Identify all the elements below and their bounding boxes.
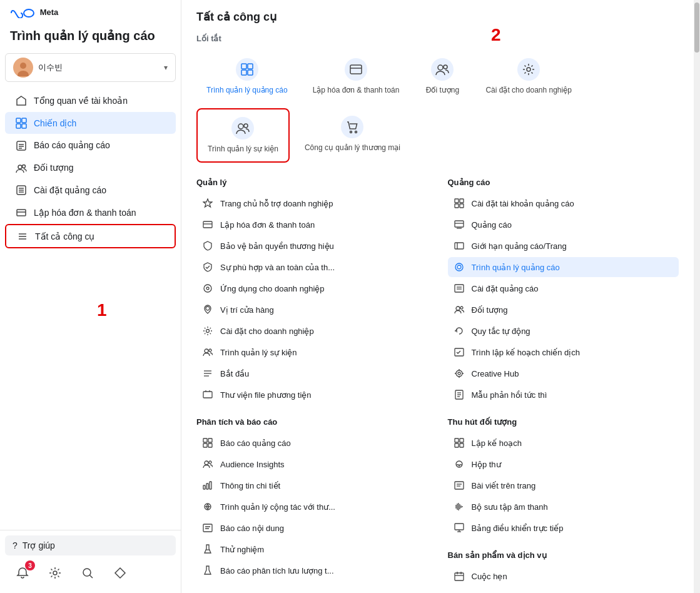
menu-biz-support[interactable]: Trang chủ hỗ trợ doanh nghiệp [196,193,428,213]
menu-ad-report[interactable]: Báo cáo quảng cáo [196,433,428,453]
menu-ad-settings3[interactable]: Cài đặt quảng cáo [448,278,679,298]
shortcut-biz-settings[interactable]: Cài đặt cho doanh nghiệp [475,51,581,103]
help-label: Trợ giúp [23,540,55,550]
menu-text-ad-settings3: Cài đặt quảng cáo [472,284,539,293]
help-button[interactable]: ? Trợ giúp [5,535,176,555]
svg-rect-60 [206,484,208,489]
menu-ads[interactable]: Quảng cáo [448,215,679,235]
menu-start[interactable]: Bắt đầu [196,363,428,383]
svg-point-40 [355,131,357,133]
menu-commerce2[interactable]: Công cụ quản lý thương mại [448,587,679,593]
menu-testing[interactable]: Thử nghiệm [196,539,428,559]
sidebar-item-overview[interactable]: Tổng quan về tài khoản [5,90,176,112]
menu-campaign-plan[interactable]: Trình lập kế hoạch chiến dịch [448,342,679,362]
menu-store-loc[interactable]: Vị trí cửa hàng [196,300,428,320]
menu-audience3[interactable]: Đối tượng [448,300,679,320]
menu-text-inbox: Hộp thư [472,460,501,469]
svg-point-79 [460,307,463,309]
menu-collab[interactable]: Trình quản lý cộng tác với thư... [196,497,428,517]
shortcuts-row: Trình quản lý quảng cáo Lập hóa đơn & th… [196,51,679,163]
menu-content-report[interactable]: Báo cáo nội dung [196,518,428,538]
svg-rect-96 [455,482,464,489]
section-audience-attract: Thu hút đối tượng Lập [448,417,679,538]
menu-traffic-report[interactable]: Báo cáo phân tích lưu lượng t... [196,560,428,580]
svg-rect-52 [203,392,212,398]
svg-rect-6 [22,118,26,123]
svg-point-36 [527,68,530,71]
help-icon: ? [13,540,18,550]
svg-rect-65 [455,199,459,203]
shortcut-label-commerce: Công cụ quản lý thương mại [305,143,400,153]
menu-instant-form[interactable]: Mẫu phản hồi tức thì [448,385,679,405]
settings-button[interactable] [45,563,65,583]
menu-ads-mgr-active[interactable]: Trình quản lý quảng cáo [448,257,679,277]
billing3-icon [201,218,214,231]
shortcut-audience[interactable]: Đối tượng [414,51,470,103]
menu-audience-insights[interactable]: Audience Insights [196,454,428,474]
menu-live-dashboard[interactable]: Bảng điều khiển trực tiếp [448,518,679,538]
menu-appointment[interactable]: Cuộc hẹn [448,566,679,586]
svg-point-14 [23,165,26,168]
scrollbar-thumb[interactable] [694,3,699,53]
menu-page-posts[interactable]: Bài viết trên trang [448,475,679,495]
menu-text-safety: Sự phù hợp và an toàn của th... [220,263,335,272]
menu-brand-protect[interactable]: Bảo vệ bản quyền thương hiệu [196,236,428,256]
safety-icon [201,261,214,273]
menu-auto-rules[interactable]: Quy tắc tự động [448,321,679,341]
menu-text-event-mgr2: Trình quản lý sự kiện [220,348,297,357]
audience-insights-icon [201,458,214,470]
annotation-1: 1 [97,300,107,320]
shortcut-billing[interactable]: Lập hóa đơn & thanh toán [303,51,410,103]
shortcut-label-audience: Đối tượng [426,86,459,96]
sidebar-item-billing[interactable]: Lập hóa đơn & thanh toán [5,201,176,223]
menu-inbox[interactable]: Hộp thư [448,454,679,474]
shortcut-event-mgr[interactable]: Trình quản lý sự kiện [196,108,290,163]
report-icon [15,139,28,151]
section-advertising-title: Quảng cáo [448,178,679,187]
sidebar-item-label-all-tools: Tất cả công cụ [35,231,94,241]
menu-creative-hub[interactable]: Creative Hub [448,363,679,383]
sidebar-item-ad-settings[interactable]: Cài đặt quảng cáo [5,180,176,201]
menu-event-mgr2[interactable]: Trình quản lý sự kiện [196,342,428,362]
svg-rect-30 [241,70,246,75]
svg-marker-27 [115,568,125,578]
menu-billing3[interactable]: Lập hóa đơn & thanh toán [196,215,428,235]
svg-rect-29 [248,64,253,69]
biz-settings2-icon [201,325,214,337]
menu-ad-account-settings[interactable]: Cài đặt tài khoản quảng cáo [448,193,679,213]
section-sell-title: Bán sản phẩm và dịch vụ [448,550,679,560]
section-manage: Quản lý Trang chủ hỗ trợ doanh nghiệp [196,178,428,405]
meta-logo: Meta [10,8,58,18]
biz-app-icon [201,282,214,295]
shortcut-ads-manager[interactable]: Trình quản lý quảng cáo [196,51,298,103]
menu-text-testing: Thử nghiệm [220,545,264,554]
more-button[interactable] [110,563,130,583]
menu-planning[interactable]: Lập kế hoạch [448,433,679,453]
svg-rect-67 [455,204,459,208]
menu-text-audience3: Đối tượng [472,305,508,315]
scrollbar[interactable] [694,0,700,593]
shortcut-commerce[interactable]: Công cụ quản lý thương mại [295,108,410,163]
sidebar-item-audience[interactable]: Đối tượng [5,157,176,179]
menu-audio[interactable]: Bộ sưu tập âm thanh [448,497,679,517]
menu-ad-limits[interactable]: Giới hạn quảng cáo/Trang [448,236,679,256]
sidebar-item-campaign[interactable]: Chiến dịch [5,112,176,134]
sidebar-item-report[interactable]: Báo cáo quảng cáo [5,134,176,156]
notifications-button[interactable]: 3 [13,563,33,583]
menu-biz-settings2[interactable]: Cài đặt cho doanh nghiệp [196,321,428,341]
svg-rect-75 [455,285,464,292]
menu-text-ads: Quảng cáo [472,220,512,230]
svg-rect-102 [455,573,464,580]
menu-biz-app[interactable]: Ứng dụng cho doanh nghiệp [196,278,428,298]
sidebar-item-all-tools[interactable]: Tất cả công cụ [5,224,176,248]
two-col-layout: Quản lý Trang chủ hỗ trợ doanh nghiệp [196,178,679,593]
shortcut-label-biz-settings: Cài đặt cho doanh nghiệp [485,86,571,96]
menu-media-lib[interactable]: Thư viện file phương tiện [196,385,428,405]
menu-text-ad-limits: Giới hạn quảng cáo/Trang [472,241,567,251]
section-audience-attract-title: Thu hút đối tượng [448,417,679,427]
content-report-icon [201,522,214,534]
search-button[interactable] [78,563,98,583]
menu-safety[interactable]: Sự phù hợp và an toàn của th... [196,257,428,277]
menu-detail-info[interactable]: Thông tin chi tiết [196,475,428,495]
user-selector[interactable]: 이수빈 ▾ [5,53,176,82]
